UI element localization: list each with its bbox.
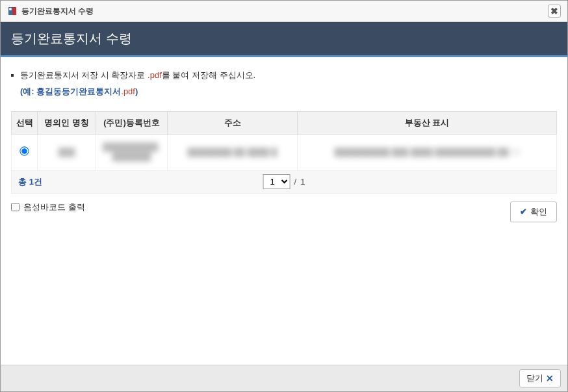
cell-name: ███ [38, 134, 96, 170]
example-ext: .pdf [121, 86, 135, 96]
total-suffix: 건 [34, 177, 42, 187]
cell-property-value: ██████████ ███ ████ ███████████ ██ 13 [302, 148, 552, 158]
cell-regno-value: ██████████-███████ [100, 142, 163, 163]
bullet-icon [11, 74, 14, 77]
notice-pre: 등기완료통지서 저장 시 확장자로 [20, 70, 148, 80]
example-name: 홍길동등기완료통지서 [36, 86, 121, 96]
close-icon: ✖ [550, 6, 558, 16]
total-count: 1 [29, 177, 34, 187]
page-header: 등기완료통지서 수령 [1, 22, 567, 57]
notice-line1: 등기완료통지서 저장 시 확장자로 .pdf를 붙여 저장해 주십시오. [11, 68, 557, 83]
page-separator: / [294, 177, 297, 187]
notice-post: 를 붙여 저장해 주십시오. [162, 70, 255, 80]
page-select[interactable]: 1 [263, 174, 290, 189]
row-select-radio[interactable] [19, 147, 29, 156]
pagination-bar: 총 1건 1 / 1 [11, 171, 557, 194]
svg-point-2 [9, 8, 12, 10]
cell-address: ████████ ██-████ █ [168, 134, 298, 170]
table-header-row: 선택 명의인 명칭 (주민)등록번호 주소 부동산 표시 [12, 111, 557, 134]
voice-barcode-label: 음성바코드 출력 [23, 202, 85, 213]
cell-select [12, 134, 38, 170]
cell-name-value: ███ [42, 148, 92, 158]
col-address: 주소 [168, 111, 298, 134]
titlebar-left: 등기완료통지서 수령 [7, 6, 94, 17]
data-table: 선택 명의인 명칭 (주민)등록번호 주소 부동산 표시 ███ ███████… [11, 111, 557, 171]
voice-barcode-option[interactable]: 음성바코드 출력 [11, 202, 85, 213]
check-icon: ✔ [520, 207, 527, 216]
window-close-button[interactable]: ✖ [548, 5, 561, 18]
col-select: 선택 [12, 111, 38, 134]
content-area: 등기완료통지서 저장 시 확장자로 .pdf를 붙여 저장해 주십시오. (예:… [1, 57, 567, 233]
notice-text: 등기완료통지서 저장 시 확장자로 .pdf를 붙여 저장해 주십시오. (예:… [11, 68, 557, 99]
total-prefix: 총 [18, 177, 29, 187]
notice-ext: .pdf [148, 70, 162, 80]
col-property: 부동산 표시 [298, 111, 557, 134]
example-pre: (예: [20, 86, 36, 96]
table-row: ███ ██████████-███████ ████████ ██-████ … [12, 134, 557, 170]
close-label: 닫기 [526, 372, 543, 384]
cell-regno: ██████████-███████ [96, 134, 168, 170]
window-title: 등기완료통지서 수령 [21, 6, 94, 17]
notice-example: (예: 홍길동등기완료통지서.pdf) [11, 84, 557, 99]
page-total: 1 [300, 177, 305, 187]
confirm-label: 확인 [530, 206, 547, 218]
below-table-row: 음성바코드 출력 ✔ 확인 [11, 202, 557, 222]
example-post: ) [135, 86, 138, 96]
confirm-button[interactable]: ✔ 확인 [510, 202, 557, 222]
page-title: 등기완료통지서 수령 [11, 31, 132, 46]
col-name: 명의인 명칭 [38, 111, 96, 134]
cell-address-value: ████████ ██-████ █ [172, 148, 293, 158]
voice-barcode-checkbox[interactable] [11, 203, 19, 211]
close-x-icon: ✕ [546, 373, 554, 384]
total-count-label: 총 1건 [18, 176, 42, 188]
window-titlebar: 등기완료통지서 수령 ✖ [1, 1, 567, 22]
svg-rect-1 [12, 7, 16, 15]
cell-property: ██████████ ███ ████ ███████████ ██ 13 [298, 134, 557, 170]
page-selector: 1 / 1 [263, 174, 305, 189]
app-icon [7, 6, 18, 16]
close-button[interactable]: 닫기 ✕ [519, 369, 561, 387]
footer-bar: 닫기 ✕ [1, 365, 567, 391]
col-regno: (주민)등록번호 [96, 111, 168, 134]
